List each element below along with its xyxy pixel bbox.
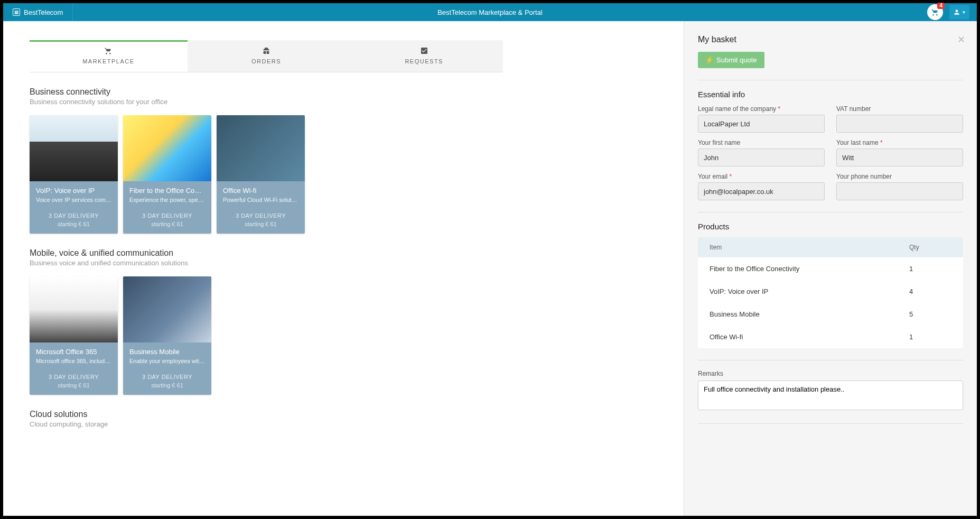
table-row: VoIP: Voice over IP 4 — [698, 280, 963, 303]
product-card[interactable]: VoIP: Voice over IP Voice over IP servic… — [30, 115, 118, 234]
essential-info-title: Essential info — [698, 90, 963, 99]
card-image — [123, 276, 211, 342]
section: Mobile, voice & unified communicationBus… — [30, 248, 684, 395]
email-field[interactable] — [698, 182, 825, 200]
product-card[interactable]: Business Mobile Enable your employees wi… — [123, 276, 211, 395]
card-title: VoIP: Voice over IP — [36, 187, 111, 194]
remarks-label: Remarks — [698, 370, 963, 377]
remarks-textarea[interactable] — [698, 381, 963, 410]
col-qty-header: Qty — [909, 244, 951, 251]
card-delivery: 3 DAY DELIVERY — [36, 212, 111, 219]
email-label: Your email * — [698, 173, 825, 180]
basket-title: My basket — [698, 35, 963, 44]
vat-field[interactable] — [836, 115, 963, 133]
tab-requests[interactable]: REQUESTS — [345, 40, 503, 72]
products-table: Item Qty Fiber to the Office Conectivity… — [698, 237, 963, 348]
card-image — [217, 115, 305, 181]
product-card[interactable]: Office Wi-fi Powerful Cloud Wi-Fi soluti… — [217, 115, 305, 234]
section: Business connectivityBusiness connectivi… — [30, 87, 684, 234]
card-price: starting € 61 — [36, 382, 111, 388]
item-name: Office Wi-fi — [710, 333, 909, 341]
section-subtitle: Cloud computing, storage — [30, 420, 684, 428]
legal-name-label: Legal name of the company * — [698, 105, 825, 113]
calendar-icon: ▦ — [13, 8, 20, 16]
card-price: starting € 61 — [36, 221, 111, 227]
cart-button[interactable]: 4 — [927, 4, 943, 20]
item-qty: 4 — [909, 288, 951, 295]
card-title: Business Mobile — [129, 348, 205, 356]
card-title: Fiber to the Office Cone… — [129, 187, 205, 194]
section-subtitle: Business voice and unified communication… — [30, 259, 684, 267]
products-title: Products — [698, 222, 963, 231]
item-qty: 1 — [909, 265, 951, 273]
submit-quote-button[interactable]: ⚡ Submit quote — [698, 52, 764, 68]
product-card[interactable]: Microsoft Office 365 Microsoft office 36… — [30, 276, 118, 395]
card-price: starting € 61 — [129, 221, 205, 227]
check-square-icon — [420, 47, 428, 55]
tab-label: REQUESTS — [405, 58, 443, 64]
card-price: starting € 61 — [129, 382, 205, 388]
card-desc: Powerful Cloud Wi-Fi soluti… — [223, 197, 298, 203]
legal-name-field[interactable] — [698, 115, 825, 133]
first-name-field[interactable] — [698, 149, 825, 166]
chevron-down-icon: ▼ — [962, 10, 966, 15]
phone-label: Your phone number — [836, 173, 963, 180]
tab-orders[interactable]: ORDERS — [188, 40, 346, 72]
bolt-icon: ⚡ — [705, 56, 714, 64]
card-delivery: 3 DAY DELIVERY — [223, 212, 298, 219]
table-row: Business Mobile 5 — [698, 303, 963, 326]
card-image — [123, 115, 211, 181]
item-name: Fiber to the Office Conectivity — [710, 265, 909, 273]
cart-badge: 4 — [937, 3, 945, 9]
user-icon — [953, 8, 960, 16]
tabs: MARKETPLACE ORDERS REQUESTS — [30, 40, 503, 72]
last-name-field[interactable] — [836, 149, 963, 166]
basket-panel: ✕ My basket ⚡ Submit quote Essential inf… — [684, 21, 977, 516]
card-title: Office Wi-fi — [223, 187, 298, 194]
page-title: BestTelecom Marketplace & Portal — [437, 8, 543, 16]
card-delivery: 3 DAY DELIVERY — [129, 212, 205, 219]
section-subtitle: Business connectivity solutions for your… — [30, 98, 684, 106]
item-qty: 5 — [909, 310, 951, 318]
card-desc: Voice over IP services com… — [36, 197, 111, 203]
item-name: Business Mobile — [710, 310, 909, 318]
vat-label: VAT number — [836, 105, 963, 113]
user-menu-button[interactable]: ▼ — [949, 5, 969, 20]
section-title: Cloud solutions — [30, 410, 684, 419]
tab-marketplace[interactable]: MARKETPLACE — [30, 40, 188, 72]
card-delivery: 3 DAY DELIVERY — [36, 374, 111, 380]
product-card[interactable]: Fiber to the Office Cone… Experience the… — [123, 115, 211, 234]
brand[interactable]: ▦ BestTelecom — [3, 3, 73, 21]
close-icon[interactable]: ✕ — [957, 34, 965, 45]
last-name-label: Your last name * — [836, 139, 963, 146]
section: Cloud solutionsCloud computing, storage — [30, 410, 684, 428]
section-title: Business connectivity — [30, 87, 684, 97]
card-title: Microsoft Office 365 — [36, 348, 111, 356]
submit-label: Submit quote — [716, 56, 757, 64]
cart-icon — [931, 8, 939, 16]
tab-label: MARKETPLACE — [82, 58, 134, 64]
gift-icon — [262, 47, 270, 55]
card-desc: Enable your employees wit… — [129, 358, 205, 364]
table-row: Fiber to the Office Conectivity 1 — [698, 257, 963, 280]
item-qty: 1 — [909, 333, 951, 341]
card-image — [30, 276, 118, 342]
card-price: starting € 61 — [223, 221, 298, 227]
table-row: Office Wi-fi 1 — [698, 326, 963, 348]
item-name: VoIP: Voice over IP — [710, 288, 909, 295]
section-title: Mobile, voice & unified communication — [30, 248, 684, 258]
card-delivery: 3 DAY DELIVERY — [129, 374, 205, 380]
phone-field[interactable] — [836, 182, 963, 200]
cart-icon — [104, 47, 113, 55]
card-image — [30, 115, 118, 181]
card-desc: Microsoft office 365, includ… — [36, 358, 111, 364]
first-name-label: Your first name — [698, 139, 825, 146]
card-desc: Experience the power, spee… — [129, 197, 205, 203]
brand-label: BestTelecom — [24, 8, 63, 16]
topbar: ▦ BestTelecom BestTelecom Marketplace & … — [3, 3, 977, 21]
col-item-header: Item — [710, 244, 909, 251]
tab-label: ORDERS — [251, 58, 281, 64]
main: MARKETPLACE ORDERS REQUESTS Business con… — [3, 21, 684, 516]
